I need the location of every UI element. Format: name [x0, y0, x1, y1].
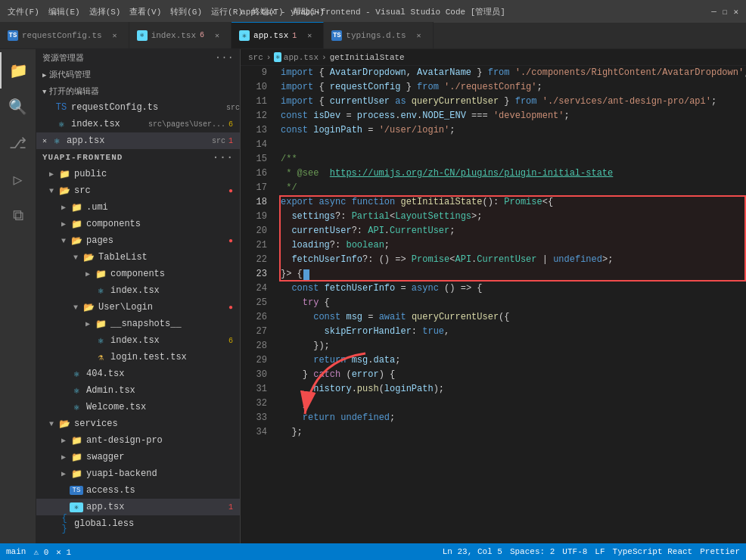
title-bar: 文件(F) 编辑(E) 选择(S) 查看(V) 转到(G) 运行(R) 终端(T…	[0, 0, 746, 23]
tab-app[interactable]: ⚛ app.tsx 1 ✕	[232, 22, 324, 48]
sidebar-item-404[interactable]: ⚛ 404.tsx	[36, 366, 240, 382]
language-mode[interactable]: TypeScript React	[613, 547, 693, 556]
open-editors-header[interactable]: ▼打开的编辑器	[36, 82, 240, 99]
tab-requestConfig[interactable]: TS requestConfig.ts ✕	[0, 22, 129, 48]
tsx-icon: ⚛	[54, 119, 68, 130]
sidebar-item-global-less[interactable]: { } global.less	[36, 515, 240, 532]
sidebar-item-yuapi[interactable]: ▶ 📁 yuapi-backend	[36, 465, 240, 482]
folder-icon: 📁	[70, 468, 83, 480]
sidebar-item-login-test[interactable]: ⚗ login.test.tsx	[36, 349, 240, 366]
branch-info[interactable]: main	[6, 547, 26, 557]
activity-git[interactable]: ⎇	[0, 125, 36, 161]
explorer-label: 资源管理器	[42, 52, 84, 64]
tree-root-header[interactable]: YUAPI-FRONTEND ···	[36, 149, 240, 166]
file-name: access.ts	[86, 485, 240, 496]
sidebar-item-snapshots[interactable]: ▶ 📁 __snapshots__	[36, 316, 240, 332]
encoding[interactable]: UTF-8	[562, 547, 587, 556]
folder-open-icon: 📂	[58, 418, 71, 430]
file-tree: YUAPI-FRONTEND ··· ▶ 📁 public ▼ 📂 src	[36, 149, 240, 532]
title-bar-title: app.tsx - yuapi-frontend - Visual Studio…	[241, 6, 505, 17]
sidebar-explorer-header[interactable]: 资源管理器 ···	[36, 49, 240, 66]
open-editor-app[interactable]: ✕ ⚛ app.tsx src 1	[36, 132, 240, 149]
sidebar-item-userlogin[interactable]: ▼ 📂 User\Login ●	[36, 299, 240, 316]
close-button[interactable]: ✕	[733, 7, 738, 17]
tsx-icon: ⚛	[50, 135, 64, 147]
sidebar-item-tablelist[interactable]: ▼ 📂 TableList	[36, 249, 240, 266]
ts-icon: TS	[54, 102, 68, 113]
more-options-icon[interactable]: ···	[215, 51, 234, 64]
code-line-9: import { AvatarDropdown, AvatarName } fr…	[281, 66, 746, 80]
code-line-21: loading?: boolean;	[281, 238, 746, 253]
sidebar-item-welcome[interactable]: ⚛ Welcome.tsx	[36, 399, 240, 415]
sidebar-item-services[interactable]: ▼ 📂 services	[36, 415, 240, 432]
tab-close-icon[interactable]: ✕	[109, 30, 121, 42]
breadcrumb-src[interactable]: src	[248, 53, 263, 62]
tree-more-icon[interactable]: ···	[213, 151, 234, 163]
activity-search[interactable]: 🔍	[0, 89, 36, 125]
error-count[interactable]: ✕ 1	[56, 547, 71, 557]
activity-extensions[interactable]: ⧉	[0, 198, 36, 234]
file-name: index.tsx	[110, 335, 225, 346]
close-icon[interactable]: ✕	[42, 136, 47, 145]
tsx-icon: ⚛	[70, 385, 83, 397]
activity-debug[interactable]: ▷	[0, 161, 36, 198]
tab-close-icon[interactable]: ✕	[303, 30, 315, 42]
sidebar-item-tablelist-index[interactable]: ⚛ index.tsx	[36, 282, 240, 299]
warning-count[interactable]: ⚠ 0	[33, 547, 48, 557]
cursor-position[interactable]: Ln 23, Col 5	[443, 547, 502, 556]
menu-edit[interactable]: 编辑(E)	[48, 6, 80, 17]
menu-run[interactable]: 运行(R)	[211, 6, 243, 17]
tab-icon-tsx: ⚛	[239, 30, 250, 41]
breadcrumb-file[interactable]: ⚛ app.tsx	[274, 52, 319, 62]
sidebar-item-login-index[interactable]: ⚛ index.tsx 6	[36, 332, 240, 349]
tab-label: typings.d.ts	[346, 31, 406, 40]
menu-file[interactable]: 文件(F)	[8, 6, 39, 17]
maximize-button[interactable]: ☐	[723, 7, 728, 17]
code-line-30: } catch (error) {	[281, 368, 746, 382]
formatter[interactable]: Prettier	[700, 547, 740, 556]
open-editor-index[interactable]: ⚛ index.tsx src\pages\User... 6	[36, 116, 240, 132]
menu-goto[interactable]: 转到(G)	[170, 6, 202, 17]
sidebar-source-control[interactable]: ▶源代码管理	[36, 66, 240, 82]
menu-view[interactable]: 查看(V)	[129, 6, 161, 17]
code-line-25: try {	[281, 296, 746, 310]
sidebar-item-src[interactable]: ▼ 📂 src ●	[36, 182, 240, 199]
editor-area: src › ⚛ app.tsx › getInitialState 910111…	[241, 49, 746, 543]
tab-close-icon[interactable]: ✕	[413, 30, 425, 42]
sidebar-item-public[interactable]: ▶ 📁 public	[36, 166, 240, 182]
breadcrumb-function[interactable]: getInitialState	[330, 53, 405, 62]
folder-name: components	[110, 269, 240, 279]
indent-info[interactable]: Spaces: 2	[510, 547, 555, 556]
breadcrumb-tsx-icon: ⚛	[274, 52, 281, 62]
expand-icon: ▶	[82, 319, 94, 328]
menu-select[interactable]: 选择(S)	[89, 6, 121, 17]
sidebar-item-swagger[interactable]: ▶ 📁 swagger	[36, 449, 240, 465]
tab-close-icon[interactable]: ✕	[211, 30, 223, 42]
sidebar-item-tablelist-components[interactable]: ▶ 📁 components	[36, 266, 240, 282]
sidebar-item-components[interactable]: ▶ 📁 components	[36, 216, 240, 232]
sidebar-item-pages[interactable]: ▼ 📂 pages ●	[36, 232, 240, 249]
activity-explorer[interactable]: 📁	[0, 52, 36, 89]
folder-open-icon: 📂	[82, 252, 95, 263]
tab-index[interactable]: ⚛ index.tsx 6 ✕	[129, 22, 232, 48]
tab-typings[interactable]: TS typings.d.ts ✕	[324, 22, 433, 48]
line-ending[interactable]: LF	[595, 547, 605, 556]
folder-name: components	[86, 219, 240, 229]
open-editor-path: src	[226, 104, 240, 112]
breadcrumb-sep: ›	[266, 53, 272, 62]
minimize-button[interactable]: —	[711, 7, 716, 17]
sidebar-item-umi[interactable]: ▶ 📁 .umi	[36, 199, 240, 216]
expand-icon: ▼	[70, 303, 82, 312]
breadcrumb-sep2: ›	[322, 53, 327, 62]
activity-bar: 📁 🔍 ⎇ ▷ ⧉	[0, 49, 36, 543]
tab-badge: 6	[200, 31, 204, 39]
sidebar-item-antdesign[interactable]: ▶ 📁 ant-design-pro	[36, 432, 240, 449]
sidebar-item-admin[interactable]: ⚛ Admin.tsx	[36, 382, 240, 399]
code-line-15: /**	[281, 152, 746, 166]
code-line-17: */	[281, 181, 746, 195]
expand-icon: ▼	[45, 187, 58, 195]
sidebar-item-access[interactable]: TS access.ts	[36, 482, 240, 499]
folder-icon: 📁	[94, 319, 107, 330]
open-editor-requestConfig[interactable]: TS requestConfig.ts src	[36, 99, 240, 116]
code-editor[interactable]: 91011121314 151617 18 19202122 23 242526…	[241, 66, 746, 543]
